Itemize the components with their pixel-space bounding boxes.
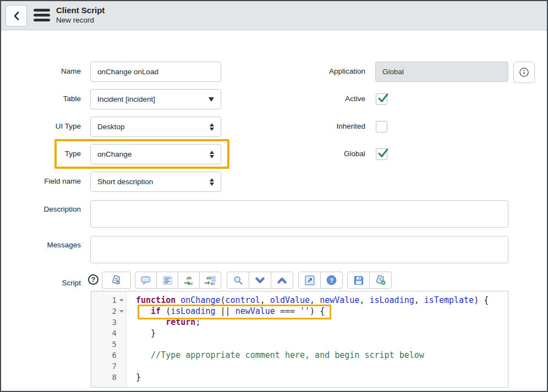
select-spinner-icon (210, 123, 214, 131)
back-button[interactable] (6, 5, 27, 26)
application-value: Global (382, 68, 404, 76)
type-label: Type (12, 150, 81, 158)
active-checkbox[interactable] (376, 93, 387, 105)
script-help-icon[interactable]: ? (88, 274, 98, 285)
table-value: Incident [incident] (97, 95, 155, 103)
open-in-new-window-button[interactable] (298, 272, 321, 289)
comment-bubble-icon (141, 276, 151, 285)
global-label: Global (265, 150, 365, 158)
line-number[interactable]: 2 (91, 306, 126, 317)
field-name-select[interactable]: Short description (90, 172, 221, 192)
code-line[interactable]: } (136, 372, 507, 383)
client-script-form: Client Script New record Name Table UI T… (0, 0, 548, 392)
syntax-check-icon (375, 275, 386, 285)
ui-type-value: Desktop (97, 123, 125, 131)
code-line[interactable]: } (136, 328, 507, 339)
svg-text:ab: ab (206, 275, 212, 280)
info-icon (519, 67, 529, 78)
description-textarea[interactable] (90, 200, 508, 228)
svg-text:ac: ac (211, 280, 216, 285)
save-button[interactable] (347, 272, 370, 289)
svg-text:ab: ab (187, 275, 192, 280)
line-number[interactable]: 6 (91, 350, 126, 361)
search-button[interactable] (227, 272, 249, 289)
application-field: Global (375, 62, 508, 82)
back-chevron-icon (12, 10, 21, 21)
find-previous-button[interactable] (271, 272, 293, 289)
page-subtitle: New record (56, 16, 94, 24)
active-label: Active (265, 95, 365, 103)
application-info-button[interactable] (513, 62, 535, 83)
code-lines[interactable]: function onChange(control, oldValue, new… (136, 295, 507, 387)
checkmark-icon (377, 147, 390, 159)
replace-button[interactable]: ab ac (178, 272, 200, 289)
replace-icon: ab ac (183, 275, 194, 285)
global-checkbox[interactable] (376, 148, 387, 160)
messages-textarea[interactable] (90, 236, 508, 263)
select-spinner-icon (210, 151, 214, 158)
format-lines-icon (163, 276, 172, 285)
type-select[interactable]: onChange (90, 144, 221, 164)
code-line[interactable]: if (isLoading || newValue === '') { (136, 306, 507, 317)
line-number[interactable]: 1 (91, 295, 126, 306)
name-label: Name (12, 67, 81, 75)
editor-help-button[interactable]: ? (320, 272, 343, 289)
code-line[interactable]: //Type appropriate comment here, and beg… (136, 350, 507, 361)
replace-all-button[interactable]: ab ac (199, 272, 221, 289)
select-spinner-icon (210, 178, 214, 186)
field-name-label: Field name (12, 177, 81, 185)
code-line[interactable] (136, 361, 507, 372)
toolbar-group-script (102, 272, 131, 289)
check-syntax-button[interactable] (369, 272, 392, 289)
chevron-up-icon (277, 277, 287, 284)
gutter-lines: 12345678 (91, 291, 127, 387)
toolbar-group-window: ? (298, 272, 343, 289)
toolbar-group-save (347, 272, 392, 289)
script-icon (111, 275, 122, 285)
line-number[interactable]: 5 (91, 339, 126, 350)
page-title: Client Script (56, 5, 105, 15)
ui-type-select[interactable]: Desktop (90, 117, 221, 137)
type-value: onChange (97, 150, 131, 158)
name-value: onChange onLoad (97, 68, 158, 76)
line-number[interactable]: 3 (91, 317, 126, 328)
form-header: Client Script New record (1, 1, 547, 30)
code-line[interactable]: return; (136, 317, 507, 328)
search-icon (233, 275, 243, 285)
toolbar-group-edit: ab ac ab ac (135, 272, 221, 289)
floppy-save-icon (354, 275, 364, 285)
chevron-down-icon (209, 97, 214, 102)
find-next-button[interactable] (249, 272, 271, 289)
inherited-label: Inherited (265, 122, 365, 130)
field-name-value: Short description (97, 178, 153, 186)
inherited-checkbox[interactable] (376, 121, 387, 132)
svg-text:?: ? (330, 277, 333, 284)
script-editor[interactable]: 12345678 function onChange(control, oldV… (91, 291, 508, 388)
fold-arrow-icon[interactable] (119, 299, 124, 302)
script-label: Script (12, 279, 81, 287)
line-number[interactable]: 7 (91, 361, 126, 372)
toggle-comment-button[interactable] (135, 272, 157, 289)
replace-all-icon: ab ac (204, 275, 216, 285)
line-number[interactable]: 8 (91, 372, 126, 383)
chevron-down-icon (255, 277, 265, 284)
svg-text:ac: ac (188, 280, 193, 285)
context-menu-icon[interactable] (34, 9, 50, 24)
popout-arrow-icon (305, 275, 315, 285)
code-line[interactable] (136, 339, 507, 350)
application-label: Application (265, 67, 365, 75)
table-select[interactable]: Incident [incident] (90, 89, 221, 109)
toolbar-group-search (227, 272, 293, 289)
checkmark-icon (377, 92, 390, 104)
description-label: Description (12, 205, 81, 213)
line-number[interactable]: 4 (91, 328, 126, 339)
name-input[interactable]: onChange onLoad (90, 62, 221, 82)
format-code-button[interactable] (156, 272, 178, 289)
ui-type-label: UI Type (12, 122, 81, 130)
code-line[interactable]: function onChange(control, oldValue, new… (136, 295, 507, 306)
messages-label: Messages (12, 241, 81, 249)
fold-arrow-icon[interactable] (119, 310, 124, 313)
help-question-icon: ? (326, 275, 337, 285)
table-label: Table (12, 95, 81, 103)
script-editor-toggle-button[interactable] (102, 272, 131, 289)
